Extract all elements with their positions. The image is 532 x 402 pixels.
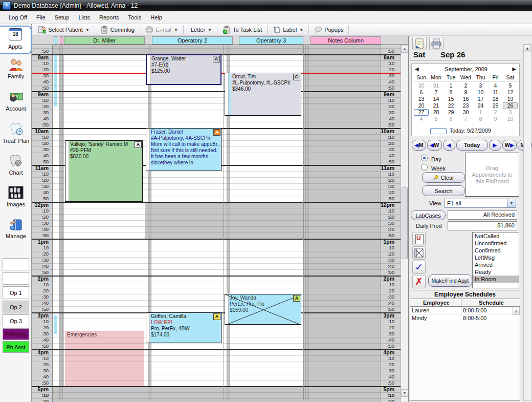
calendar-day[interactable]: 22 (444, 102, 458, 109)
menu-setup[interactable]: Setup (50, 13, 74, 22)
calendar-day[interactable]: 7 (458, 116, 473, 122)
op-button-op3[interactable]: Op 3 (3, 314, 29, 327)
view-dropdown[interactable]: F1-all ▼ (445, 199, 516, 208)
confirm-check-button[interactable]: ✓ (412, 261, 426, 274)
search-button[interactable]: Search (422, 185, 465, 196)
calendar-day[interactable]: 1 (444, 82, 458, 89)
menu-tools[interactable]: Tools (124, 13, 146, 22)
letter-button[interactable]: Letter▼ (186, 25, 215, 35)
calendar-day[interactable]: 4 (414, 116, 429, 122)
calendar-day[interactable]: 7 (429, 89, 444, 96)
calendar-day[interactable]: 2 (458, 82, 473, 89)
calendar-day[interactable]: 8 (444, 89, 458, 96)
status-option-leftmsg[interactable]: LeftMsg (473, 254, 519, 261)
op-button-phasst[interactable]: Ph Asst (3, 341, 29, 353)
sidebar-item-family[interactable]: Family (0, 56, 32, 85)
delete-x-button[interactable]: ✗ (412, 275, 426, 288)
calendar-day-today[interactable]: 27 (414, 109, 429, 116)
print-button[interactable] (429, 37, 444, 50)
calendar-day[interactable]: 3 (473, 82, 488, 89)
calendar-day[interactable]: 21 (429, 102, 444, 109)
e-mail-button[interactable]: E-mail▼ (142, 25, 181, 35)
menu-file[interactable]: File (32, 13, 50, 22)
calendar-day[interactable]: 2 (488, 109, 503, 116)
op-button-op1[interactable]: Op 1 (3, 286, 29, 299)
calendar-day[interactable]: 14 (429, 96, 444, 102)
calendar-day[interactable]: 6 (414, 89, 429, 96)
nav-today-button[interactable]: Today (456, 140, 488, 151)
column-header-miller[interactable]: Dr. Miller (64, 36, 145, 45)
calendar-day[interactable]: 1 (473, 109, 488, 116)
chevron-down-icon[interactable]: ▼ (85, 28, 90, 32)
calendar-day[interactable]: 19 (503, 96, 518, 102)
calendar-day[interactable]: 4 (488, 82, 503, 89)
to-task-list-button[interactable]: To Task List (219, 25, 265, 35)
calendar-day[interactable]: 30 (414, 82, 429, 89)
appointment-note-button[interactable] (412, 37, 427, 50)
nav-fwd-step-button[interactable]: ▶ (489, 140, 501, 151)
sidebar-item-chart[interactable]: Chart (0, 153, 32, 181)
calendar-day[interactable]: 24 (473, 102, 488, 109)
sidebar-item-images[interactable]: Images (0, 184, 32, 213)
appointment-orcut[interactable]: Orcut, Tim#L-Pulpotomy, #L-SSCPri$346.00… (225, 73, 301, 116)
unscheduled-list-button[interactable]: U (412, 232, 426, 245)
nav-back-m-button[interactable]: ◀M (412, 140, 426, 151)
select-patient-button[interactable]: Select Patient▼ (35, 25, 93, 35)
clear-button[interactable]: Clear (422, 172, 465, 183)
scroll-up-icon[interactable]: ▲ (524, 45, 531, 52)
sidebar-item-appts[interactable]: 18Appts (0, 26, 32, 54)
label-button[interactable]: Label▼ (270, 25, 306, 35)
grid-scrollbar[interactable]: ▲▼ (401, 45, 408, 402)
calendar-day[interactable]: 30 (458, 109, 473, 116)
calendar-day[interactable]: 25 (488, 102, 503, 109)
appointment-grange[interactable]: Grange, Walter#7-E(d)$125.00A (146, 54, 221, 85)
nav-fwd-w-button[interactable]: W▶ (502, 140, 517, 151)
appointment-fraser[interactable]: Fraser, Daniel#A-Pulpotomy, #A-SSCPriMom… (146, 128, 221, 171)
scrollbar-thumb[interactable] (402, 187, 408, 259)
day-radio[interactable]: Day (421, 155, 441, 162)
status-option-in-room[interactable]: In Room (473, 276, 519, 283)
status-option-unconfirmed[interactable]: Unconfirmed (473, 240, 519, 247)
scroll-up-icon[interactable]: ▲ (401, 45, 408, 53)
calendar-day[interactable]: 9 (488, 116, 503, 122)
commlog-button[interactable]: Commlog (97, 25, 138, 35)
popups-button[interactable]: Popups (311, 25, 346, 35)
provider-tab-cyan[interactable] (54, 36, 57, 45)
sidebar-item-manage[interactable]: Manage (0, 216, 32, 245)
pinboard[interactable]: Drag Appointments to this PinBoard (465, 153, 519, 197)
calendar-day[interactable]: 5 (503, 82, 518, 89)
calendar-day-selected[interactable]: 26 (503, 102, 518, 109)
appointment-vallejo[interactable]: Vallejo, 'Sandy' Ramiro M#29-PFM$830.00A (65, 140, 143, 202)
calendar-day[interactable]: 6 (444, 116, 458, 122)
chevron-down-icon[interactable]: ▼ (208, 28, 212, 32)
calendar-day[interactable]: 9 (458, 89, 473, 96)
table-scroll-up-icon[interactable]: ▲ (513, 307, 520, 315)
column-header-op2[interactable]: Operatory 2 (152, 36, 233, 45)
calendar-day[interactable]: 28 (429, 109, 444, 116)
status-option-notcalled[interactable]: NotCalled (473, 232, 519, 240)
provider-tab-pink[interactable] (60, 36, 63, 45)
make-find-appt-button[interactable]: Make/Find Appt (428, 274, 472, 287)
calendar-day[interactable]: 5 (429, 116, 444, 122)
chevron-down-icon[interactable]: ▼ (174, 28, 178, 32)
op-button-ptready[interactable]: PtReady (3, 328, 29, 340)
appointment-joy[interactable]: Joy, WandaPerEx, Pro, Flo$159.00A (225, 294, 301, 325)
calendar-day[interactable]: 13 (414, 96, 429, 102)
calendar-day[interactable]: 12 (503, 89, 518, 96)
column-header-notes[interactable]: Notes Column (311, 36, 381, 45)
menu-reports[interactable]: Reports (95, 13, 124, 22)
calendar-day[interactable]: 20 (414, 102, 429, 109)
nav-back-w-button[interactable]: ◀W (427, 140, 442, 151)
menu-lists[interactable]: Lists (74, 13, 95, 22)
calendar-day[interactable]: 8 (473, 116, 488, 122)
status-option-ready[interactable]: Ready (473, 268, 519, 276)
calendar-day[interactable]: 23 (458, 102, 473, 109)
status-option-arrived[interactable]: Arrived (473, 261, 519, 268)
calendar-day[interactable]: 18 (488, 96, 503, 102)
appointment-griffen[interactable]: Griffen, CamillaLOW EPIPro, PerEx, 4BW$1… (146, 312, 221, 343)
break-appointment-button[interactable] (412, 246, 426, 260)
sidebar-item-treatplan[interactable]: Treat' Plan (0, 121, 32, 150)
calendar-day[interactable]: 10 (503, 116, 518, 122)
sidebar-item-account[interactable]: Account (0, 89, 32, 117)
calendar-day[interactable]: 15 (444, 96, 458, 102)
